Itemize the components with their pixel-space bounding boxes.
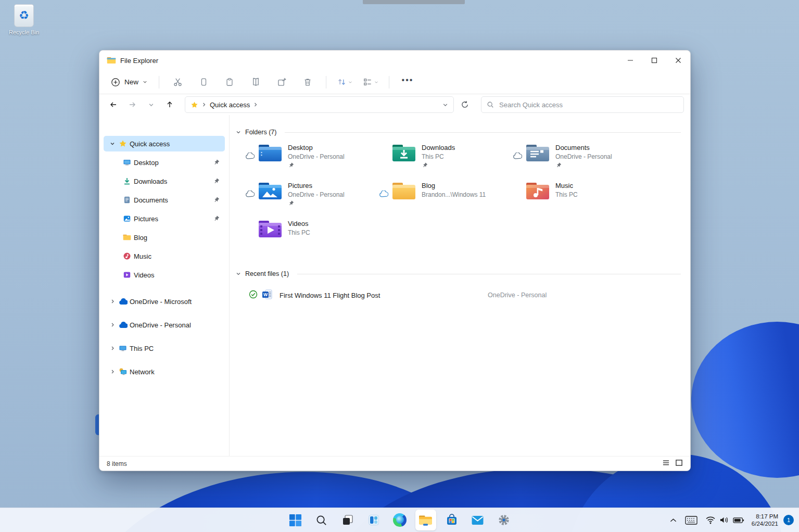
onedrive-status-cloud-icon	[379, 181, 391, 199]
search-box[interactable]	[481, 96, 684, 113]
up-button[interactable]	[162, 97, 177, 112]
folder-tile-videos[interactable]: Videos This PC	[245, 219, 379, 257]
chevron-right-icon[interactable]	[108, 346, 117, 351]
edge-button[interactable]	[389, 510, 410, 530]
sidebar-item-blog[interactable]: Blog	[117, 230, 225, 245]
clock[interactable]: 8:17 PM 6/24/2021	[750, 513, 780, 527]
recycle-bin-shortcut[interactable]: ♻ Recycle Bin	[7, 4, 41, 35]
search-button[interactable]	[311, 510, 332, 530]
folder-tile-pictures[interactable]: Pictures OneDrive - Personal	[245, 181, 379, 219]
network-icon	[118, 368, 128, 376]
paste-button[interactable]	[220, 73, 239, 92]
onedrive-status-cloud-icon	[245, 181, 258, 199]
chevron-right-icon[interactable]	[108, 322, 117, 327]
copy-button[interactable]	[194, 73, 213, 92]
sort-button[interactable]	[335, 73, 354, 92]
refresh-icon	[461, 100, 469, 109]
blog-folder-icon	[391, 181, 416, 201]
back-button[interactable]	[106, 97, 121, 112]
search-input[interactable]	[499, 101, 678, 109]
onedrive-icon	[118, 322, 128, 328]
toolbar-separator	[159, 76, 159, 88]
pin-icon	[288, 161, 345, 171]
gear-icon	[498, 514, 510, 526]
recent-locations-button[interactable]	[143, 97, 159, 112]
details-view-button[interactable]	[662, 459, 670, 468]
sidebar-item-pictures[interactable]: Pictures	[117, 211, 225, 226]
breadcrumb[interactable]: Quick access	[185, 96, 454, 113]
tray-date: 6/24/2021	[752, 520, 778, 527]
recent-file-row[interactable]: W First Windows 11 Flight Blog Post OneD…	[236, 287, 681, 305]
cut-button[interactable]	[168, 73, 187, 92]
file-explorer-icon	[418, 514, 433, 527]
sort-icon	[337, 77, 347, 87]
recent-file-name: First Windows 11 Flight Blog Post	[280, 292, 380, 299]
touch-keyboard-button[interactable]	[682, 510, 700, 530]
address-dropdown-icon[interactable]	[442, 102, 448, 108]
file-explorer-button[interactable]	[415, 510, 436, 530]
folder-tile-downloads[interactable]: Downloads This PC	[379, 143, 513, 181]
plus-circle-icon	[111, 78, 120, 87]
large-icons-view-button[interactable]	[675, 459, 683, 468]
folder-tile-documents[interactable]: Documents OneDrive - Personal	[513, 143, 646, 181]
this-pc-icon	[118, 344, 128, 352]
sidebar-item-onedrive-personal[interactable]: OneDrive - Personal	[104, 317, 225, 333]
show-hidden-icons-button[interactable]	[667, 510, 679, 530]
refresh-button[interactable]	[457, 97, 473, 112]
recycle-bin-label: Recycle Bin	[7, 29, 41, 35]
chevron-down-icon	[143, 80, 147, 84]
chevron-right-icon[interactable]	[108, 369, 117, 374]
maximize-button[interactable]	[642, 50, 666, 70]
forward-button[interactable]	[124, 97, 140, 112]
system-tray-status[interactable]	[703, 510, 746, 530]
notification-badge[interactable]: 1	[783, 515, 794, 525]
delete-button[interactable]	[298, 73, 318, 92]
copy-icon	[199, 77, 208, 87]
new-button-label: New	[124, 78, 138, 86]
hidden-window-edge	[363, 0, 465, 4]
widgets-button[interactable]	[363, 510, 384, 530]
videos-folder-icon	[258, 219, 283, 239]
mail-button[interactable]	[467, 510, 488, 530]
sidebar-item-desktop[interactable]: Desktop	[117, 155, 225, 170]
chevron-right-icon[interactable]	[108, 299, 117, 304]
navigation-pane: Quick access Desktop Downloads Documents	[99, 115, 230, 456]
folder-tile-blog[interactable]: Blog Brandon...\Windows 11	[379, 181, 513, 219]
task-view-button[interactable]	[337, 510, 358, 530]
sidebar-item-documents[interactable]: Documents	[117, 192, 225, 208]
settings-button[interactable]	[493, 510, 514, 530]
minimize-button[interactable]	[618, 50, 642, 70]
folder-tile-desktop[interactable]: Desktop OneDrive - Personal	[245, 143, 379, 181]
sidebar-item-onedrive-microsoft[interactable]: OneDrive - Microsoft	[104, 294, 225, 309]
start-button[interactable]	[285, 510, 306, 530]
desktop: ♻ Recycle Bin File Explorer	[0, 0, 799, 532]
sidebar-item-quick-access[interactable]: Quick access	[104, 136, 225, 151]
chevron-down-icon	[236, 130, 241, 135]
pictures-icon	[122, 214, 132, 223]
microsoft-store-button[interactable]	[441, 510, 462, 530]
recent-files-group-header[interactable]: Recent files (1)	[236, 270, 681, 277]
chevron-down-icon	[348, 80, 352, 84]
quick-access-star-icon	[118, 140, 128, 148]
folders-group-header[interactable]: Folders (7)	[236, 129, 681, 136]
close-button[interactable]	[666, 50, 690, 70]
videos-icon	[122, 271, 132, 279]
rename-button[interactable]	[246, 73, 265, 92]
command-bar: New	[99, 70, 690, 94]
new-button[interactable]: New	[107, 74, 154, 90]
see-more-button[interactable]: •••	[398, 73, 417, 92]
title-bar[interactable]: File Explorer	[99, 50, 690, 70]
items-view: Folders (7)	[230, 115, 690, 456]
sidebar-item-music[interactable]: Music	[117, 248, 225, 264]
chevron-down-icon[interactable]	[108, 141, 117, 146]
pin-icon	[422, 161, 455, 171]
sidebar-item-downloads[interactable]: Downloads	[117, 173, 225, 189]
folder-tile-music[interactable]: Music This PC	[513, 181, 646, 219]
sidebar-item-network[interactable]: Network	[104, 364, 225, 379]
sidebar-item-videos[interactable]: Videos	[117, 267, 225, 283]
downloads-icon	[122, 177, 132, 185]
share-button[interactable]	[272, 73, 291, 92]
breadcrumb-item-quick-access[interactable]: Quick access	[210, 101, 250, 109]
view-button[interactable]	[361, 73, 381, 92]
sidebar-item-this-pc[interactable]: This PC	[104, 340, 225, 356]
